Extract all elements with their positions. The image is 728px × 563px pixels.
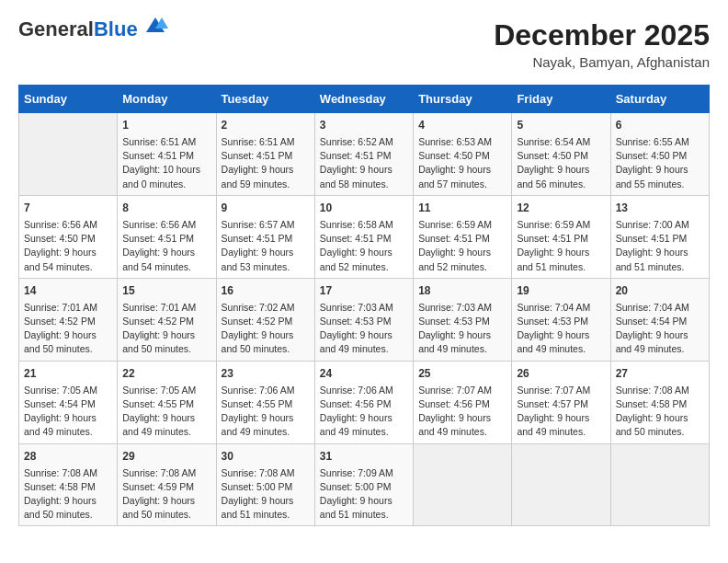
day-cell: 10Sunrise: 6:58 AM Sunset: 4:51 PM Dayli… [314, 195, 413, 278]
day-number: 5 [517, 117, 605, 133]
day-number: 9 [222, 200, 310, 216]
day-info: Sunrise: 7:01 AM Sunset: 4:52 PM Dayligh… [122, 301, 210, 357]
day-cell: 16Sunrise: 7:02 AM Sunset: 4:52 PM Dayli… [216, 278, 314, 361]
day-number: 18 [418, 282, 506, 299]
day-cell: 28Sunrise: 7:08 AM Sunset: 4:58 PM Dayli… [19, 443, 118, 526]
day-number: 26 [517, 365, 605, 382]
day-cell: 5Sunrise: 6:54 AM Sunset: 4:50 PM Daylig… [512, 113, 610, 196]
day-cell: 14Sunrise: 7:01 AM Sunset: 4:52 PM Dayli… [19, 278, 118, 361]
day-info: Sunrise: 7:03 AM Sunset: 4:53 PM Dayligh… [418, 301, 506, 357]
day-cell: 18Sunrise: 7:03 AM Sunset: 4:53 PM Dayli… [414, 278, 512, 361]
day-info: Sunrise: 7:05 AM Sunset: 4:55 PM Dayligh… [122, 384, 210, 440]
day-number: 10 [320, 200, 408, 216]
logo-line1: General [18, 17, 94, 40]
day-number: 16 [222, 282, 310, 299]
day-cell: 24Sunrise: 7:06 AM Sunset: 4:56 PM Dayli… [314, 361, 413, 443]
day-cell: 31Sunrise: 7:09 AM Sunset: 5:00 PM Dayli… [314, 443, 413, 526]
day-info: Sunrise: 6:59 AM Sunset: 4:51 PM Dayligh… [418, 218, 506, 274]
day-cell: 27Sunrise: 7:08 AM Sunset: 4:58 PM Dayli… [610, 361, 709, 443]
day-number: 15 [122, 282, 210, 299]
day-number: 17 [320, 282, 408, 299]
day-number: 3 [320, 117, 408, 133]
day-cell: 15Sunrise: 7:01 AM Sunset: 4:52 PM Dayli… [118, 278, 216, 361]
day-info: Sunrise: 7:00 AM Sunset: 4:51 PM Dayligh… [616, 218, 704, 274]
day-number: 19 [517, 282, 605, 299]
day-cell: 6Sunrise: 6:55 AM Sunset: 4:50 PM Daylig… [610, 113, 709, 196]
day-info: Sunrise: 6:57 AM Sunset: 4:51 PM Dayligh… [222, 218, 310, 274]
day-number: 31 [320, 448, 408, 465]
day-cell [610, 443, 709, 526]
col-header-wednesday: Wednesday [314, 86, 413, 113]
day-info: Sunrise: 6:59 AM Sunset: 4:51 PM Dayligh… [517, 218, 605, 274]
page-header: GeneralBlue December 2025 Nayak, Bamyan,… [18, 18, 710, 70]
day-info: Sunrise: 7:05 AM Sunset: 4:54 PM Dayligh… [24, 384, 112, 440]
day-info: Sunrise: 7:02 AM Sunset: 4:52 PM Dayligh… [222, 301, 310, 357]
logo-line2: Blue [94, 17, 138, 40]
day-number: 4 [418, 117, 506, 133]
day-info: Sunrise: 6:54 AM Sunset: 4:50 PM Dayligh… [517, 135, 605, 191]
day-cell: 9Sunrise: 6:57 AM Sunset: 4:51 PM Daylig… [216, 195, 314, 278]
logo-icon [142, 16, 169, 34]
day-cell: 29Sunrise: 7:08 AM Sunset: 4:59 PM Dayli… [118, 443, 216, 526]
day-info: Sunrise: 6:53 AM Sunset: 4:50 PM Dayligh… [418, 135, 506, 191]
day-cell: 26Sunrise: 7:07 AM Sunset: 4:57 PM Dayli… [512, 361, 610, 443]
day-info: Sunrise: 7:09 AM Sunset: 5:00 PM Dayligh… [320, 466, 408, 523]
day-number: 25 [418, 365, 506, 382]
main-title: December 2025 [494, 18, 710, 52]
day-cell: 17Sunrise: 7:03 AM Sunset: 4:53 PM Dayli… [314, 278, 413, 361]
week-row-4: 21Sunrise: 7:05 AM Sunset: 4:54 PM Dayli… [19, 361, 710, 443]
col-header-thursday: Thursday [414, 86, 512, 113]
day-number: 6 [616, 117, 704, 133]
day-number: 11 [418, 200, 506, 216]
title-block: December 2025 Nayak, Bamyan, Afghanistan [494, 18, 710, 70]
day-number: 2 [222, 117, 310, 133]
col-header-sunday: Sunday [19, 86, 118, 113]
day-number: 1 [122, 117, 210, 133]
day-info: Sunrise: 7:04 AM Sunset: 4:53 PM Dayligh… [517, 301, 605, 357]
day-info: Sunrise: 7:08 AM Sunset: 5:00 PM Dayligh… [222, 466, 310, 523]
header-row: SundayMondayTuesdayWednesdayThursdayFrid… [19, 86, 710, 113]
day-number: 23 [222, 365, 310, 382]
day-cell: 3Sunrise: 6:52 AM Sunset: 4:51 PM Daylig… [314, 113, 413, 196]
day-cell: 2Sunrise: 6:51 AM Sunset: 4:51 PM Daylig… [216, 113, 314, 196]
day-info: Sunrise: 7:07 AM Sunset: 4:56 PM Dayligh… [418, 384, 506, 440]
day-number: 8 [122, 200, 210, 216]
day-info: Sunrise: 6:51 AM Sunset: 4:51 PM Dayligh… [222, 135, 310, 191]
day-number: 14 [24, 282, 112, 299]
day-info: Sunrise: 7:08 AM Sunset: 4:58 PM Dayligh… [24, 466, 112, 523]
week-row-2: 7Sunrise: 6:56 AM Sunset: 4:50 PM Daylig… [19, 195, 710, 278]
day-number: 21 [24, 365, 112, 382]
day-cell: 22Sunrise: 7:05 AM Sunset: 4:55 PM Dayli… [118, 361, 216, 443]
col-header-saturday: Saturday [610, 86, 709, 113]
day-info: Sunrise: 6:58 AM Sunset: 4:51 PM Dayligh… [320, 218, 408, 274]
day-number: 7 [24, 200, 112, 216]
day-info: Sunrise: 6:56 AM Sunset: 4:51 PM Dayligh… [122, 218, 210, 274]
day-info: Sunrise: 6:55 AM Sunset: 4:50 PM Dayligh… [616, 135, 704, 191]
day-info: Sunrise: 7:08 AM Sunset: 4:58 PM Dayligh… [616, 384, 704, 440]
day-info: Sunrise: 7:06 AM Sunset: 4:55 PM Dayligh… [222, 384, 310, 440]
day-cell: 13Sunrise: 7:00 AM Sunset: 4:51 PM Dayli… [610, 195, 709, 278]
subtitle: Nayak, Bamyan, Afghanistan [494, 54, 710, 70]
day-cell: 19Sunrise: 7:04 AM Sunset: 4:53 PM Dayli… [512, 278, 610, 361]
day-number: 27 [616, 365, 704, 382]
day-info: Sunrise: 7:06 AM Sunset: 4:56 PM Dayligh… [320, 384, 408, 440]
day-number: 28 [24, 448, 112, 465]
day-number: 12 [517, 200, 605, 216]
day-cell: 8Sunrise: 6:56 AM Sunset: 4:51 PM Daylig… [118, 195, 216, 278]
day-cell: 11Sunrise: 6:59 AM Sunset: 4:51 PM Dayli… [414, 195, 512, 278]
col-header-friday: Friday [512, 86, 610, 113]
day-cell [414, 443, 512, 526]
day-number: 22 [122, 365, 210, 382]
day-number: 13 [616, 200, 704, 216]
day-info: Sunrise: 7:07 AM Sunset: 4:57 PM Dayligh… [517, 384, 605, 440]
day-cell: 23Sunrise: 7:06 AM Sunset: 4:55 PM Dayli… [216, 361, 314, 443]
col-header-monday: Monday [118, 86, 216, 113]
day-number: 20 [616, 282, 704, 299]
day-cell [512, 443, 610, 526]
day-info: Sunrise: 6:52 AM Sunset: 4:51 PM Dayligh… [320, 135, 408, 191]
day-number: 30 [222, 448, 310, 465]
col-header-tuesday: Tuesday [216, 86, 314, 113]
day-cell: 4Sunrise: 6:53 AM Sunset: 4:50 PM Daylig… [414, 113, 512, 196]
day-info: Sunrise: 7:08 AM Sunset: 4:59 PM Dayligh… [122, 466, 210, 523]
day-cell: 21Sunrise: 7:05 AM Sunset: 4:54 PM Dayli… [19, 361, 118, 443]
